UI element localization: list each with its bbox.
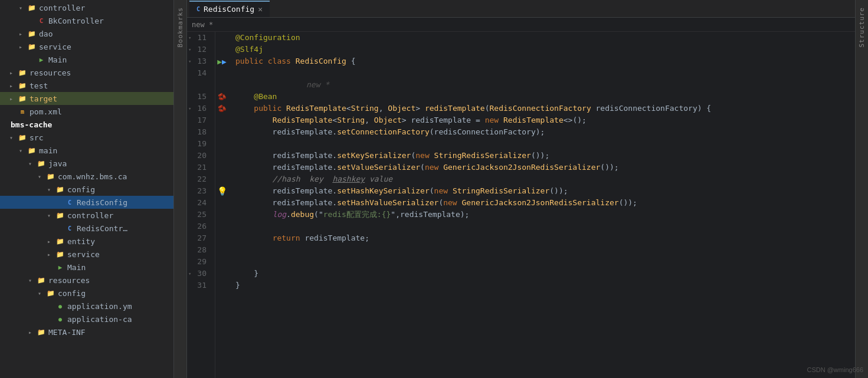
tree-label: config bbox=[58, 289, 86, 298]
tree-item-service1[interactable]: 📁 service bbox=[0, 40, 173, 53]
tree-label: application-ca bbox=[67, 315, 132, 324]
folder-icon: 📁 bbox=[46, 288, 55, 298]
code-content[interactable]: @Configuration @Slf4j public class Redis… bbox=[228, 32, 855, 378]
code-line-15: @Bean bbox=[235, 91, 855, 103]
folder-icon: 📁 bbox=[37, 159, 46, 168]
tree-item-pom[interactable]: m pom.xml bbox=[0, 105, 173, 118]
java-run-icon: ▶ bbox=[37, 55, 46, 64]
tree-item-entity[interactable]: 📁 entity bbox=[0, 235, 173, 248]
folder-icon: 📁 bbox=[18, 133, 27, 142]
tree-item-controller2[interactable]: 📁 controller bbox=[0, 209, 173, 222]
ln-26: 26 bbox=[187, 221, 210, 232]
tree-label: test bbox=[30, 81, 48, 90]
gutter-21 bbox=[215, 162, 228, 173]
code-line-14 bbox=[235, 67, 855, 79]
code-line-21: redisTemplate.setValueSerializer(new Gen… bbox=[235, 162, 855, 173]
run-gutter-icon2[interactable]: ▶ bbox=[222, 57, 227, 66]
java-class-icon: C bbox=[37, 16, 46, 25]
code-line-12: @Slf4j bbox=[235, 44, 855, 55]
gutter-23: 💡 bbox=[215, 185, 228, 197]
code-line-23: redisTemplate.setHashKeySerializer(new S… bbox=[235, 185, 855, 197]
gutter-20 bbox=[215, 150, 228, 162]
gutter-27 bbox=[215, 232, 228, 244]
tree-item-com[interactable]: 📁 com.wnhz.bms.ca bbox=[0, 170, 173, 183]
bookmarks-label: Bookmarks bbox=[176, 7, 184, 48]
gutter-19 bbox=[215, 138, 228, 150]
gutter-11 bbox=[215, 32, 228, 44]
tree-item-main2[interactable]: ▶ Main bbox=[0, 261, 173, 274]
ln-21: 21 bbox=[187, 162, 210, 173]
tree-label: src bbox=[30, 133, 43, 142]
folder-icon: 📁 bbox=[55, 249, 65, 259]
tree-item-dao[interactable]: 📁 dao bbox=[0, 27, 173, 40]
gutter-31 bbox=[215, 280, 228, 291]
code-line-hint: new * bbox=[235, 79, 855, 91]
tree-item-bms-cache[interactable]: bms-cache bbox=[0, 118, 173, 131]
tree-item-appym[interactable]: ● application.ym bbox=[0, 300, 173, 313]
code-line-27: return redisTemplate; bbox=[235, 232, 855, 244]
code-token: { bbox=[346, 55, 356, 67]
code-token: RedisConfig bbox=[296, 55, 346, 67]
tree-label: service bbox=[39, 42, 71, 51]
tree-item-metainf[interactable]: 📁 META-INF bbox=[0, 326, 173, 338]
tree-item-controller1[interactable]: 📁 controller bbox=[0, 1, 173, 14]
ln-31: 31 bbox=[187, 280, 210, 291]
ln-hint: · bbox=[187, 79, 210, 91]
tree-item-target[interactable]: 📁 target bbox=[0, 92, 173, 105]
tree-label: entity bbox=[67, 237, 95, 246]
folder-icon: 📁 bbox=[18, 81, 27, 90]
structure-panel[interactable]: Structure bbox=[855, 0, 868, 378]
tree-item-test[interactable]: 📁 test bbox=[0, 79, 173, 92]
code-container: 11 12 13 14 · 15 16 17 18 19 20 21 22 23… bbox=[187, 32, 855, 378]
tree-item-resources2[interactable]: 📁 resources bbox=[0, 274, 173, 287]
gutter-13[interactable]: ▶ ▶ bbox=[215, 55, 228, 67]
tree-item-redisconfig[interactable]: C RedisConfig bbox=[0, 196, 173, 209]
tree-item-resources1[interactable]: 📁 resources bbox=[0, 66, 173, 79]
tree-item-config[interactable]: 📁 config bbox=[0, 183, 173, 196]
arrow-icon bbox=[28, 277, 37, 284]
tree-label: resources bbox=[30, 68, 71, 77]
tree-label: controller bbox=[67, 211, 113, 220]
gutter-area: ▶ ▶ 🫘 🫘 💡 bbox=[215, 32, 228, 378]
tree-label: dao bbox=[39, 29, 53, 38]
tree-item-bkcontroller[interactable]: C BkController bbox=[0, 14, 173, 27]
arrow-icon bbox=[38, 290, 46, 297]
tree-item-appca[interactable]: ● application-ca bbox=[0, 313, 173, 326]
tree-item-main-folder[interactable]: 📁 main bbox=[0, 144, 173, 157]
arrow-icon bbox=[38, 173, 46, 180]
tree-item-src[interactable]: 📁 src bbox=[0, 131, 173, 144]
tree-item-main1[interactable]: ▶ Main bbox=[0, 53, 173, 66]
tree-label: com.wnhz.bms.ca bbox=[58, 172, 127, 181]
tree-item-java[interactable]: 📁 java bbox=[0, 157, 173, 170]
code-line-22: //hash key hashkey value bbox=[235, 173, 855, 185]
tree-label: service bbox=[67, 250, 100, 259]
code-token bbox=[291, 55, 296, 67]
code-token: public bbox=[235, 103, 281, 114]
code-line-17: RedisTemplate<String, Object> redisTempl… bbox=[235, 114, 855, 126]
fold-icon bbox=[188, 44, 191, 55]
tab-bar: C RedisConfig ✕ bbox=[187, 0, 855, 18]
arrow-icon bbox=[28, 160, 37, 167]
bookmarks-panel[interactable]: Bookmarks bbox=[174, 0, 187, 378]
tree-item-config2[interactable]: 📁 config bbox=[0, 287, 173, 300]
run-gutter-icon[interactable]: ▶ bbox=[217, 57, 222, 66]
fold-icon bbox=[188, 103, 191, 114]
ln-28: 28 bbox=[187, 244, 210, 256]
ln-17: 17 bbox=[187, 114, 210, 126]
tree-item-service2[interactable]: 📁 service bbox=[0, 248, 173, 261]
ln-23: 23 bbox=[187, 185, 210, 197]
gutter-16: 🫘 bbox=[215, 103, 228, 114]
file-tree[interactable]: 📁 controller C BkController 📁 dao 📁 serv… bbox=[0, 0, 174, 378]
tree-label: bms-cache bbox=[11, 120, 52, 129]
tab-redisconfig[interactable]: C RedisConfig ✕ bbox=[189, 1, 270, 17]
ln-11: 11 bbox=[187, 32, 210, 44]
code-line-11: @Configuration bbox=[235, 32, 855, 44]
ln-27: 27 bbox=[187, 232, 210, 244]
gutter-30 bbox=[215, 268, 228, 280]
arrow-icon bbox=[9, 70, 18, 76]
structure-label: Structure bbox=[858, 7, 866, 48]
folder-icon: 📁 bbox=[27, 29, 37, 38]
tree-item-rediscontr[interactable]: C RedisContr… bbox=[0, 222, 173, 235]
code-token bbox=[263, 55, 268, 67]
arrow-icon bbox=[19, 147, 27, 154]
